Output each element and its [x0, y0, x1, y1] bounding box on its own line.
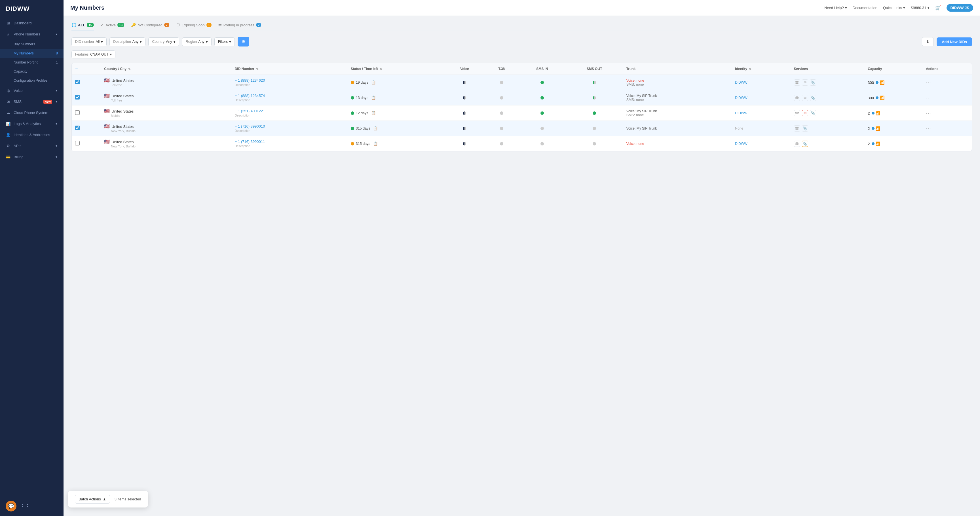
country-filter[interactable]: Country Any ▾: [148, 37, 179, 46]
sidebar-sub-number-porting[interactable]: Number Porting 1: [0, 58, 64, 67]
tab-all[interactable]: 🌐 ALL 15: [72, 23, 94, 31]
more-actions-button[interactable]: ⋯: [926, 80, 931, 85]
user-menu[interactable]: DIDWW JS: [947, 4, 973, 12]
identity-link[interactable]: DIDWW: [735, 111, 747, 115]
clip-service-icon[interactable]: 📎: [810, 79, 816, 86]
description-filter[interactable]: Description Any ▾: [110, 37, 145, 46]
row-checkbox[interactable]: [75, 125, 80, 130]
chat-button[interactable]: 💬: [6, 501, 16, 511]
capacity-bar-icon[interactable]: 📶: [875, 141, 880, 146]
did-link[interactable]: + 1 (716) 3990010: [235, 124, 344, 129]
trunk-cell: Voice: none: [623, 136, 732, 151]
sidebar-sub-buy-numbers[interactable]: Buy Numbers: [0, 40, 64, 49]
did-header[interactable]: DID Number ⇅: [231, 63, 347, 75]
capacity-number: 300: [868, 96, 874, 100]
clip-service-icon[interactable]: 📎: [802, 141, 808, 147]
actions-cell: ⋯: [923, 136, 972, 151]
sidebar-item-apis[interactable]: ⚙ APIs ▼: [0, 140, 64, 151]
t38-header: T.38: [485, 63, 519, 75]
capacity-bar-icon[interactable]: 📶: [880, 95, 885, 100]
status-header[interactable]: Status / Time left ⇅: [347, 63, 445, 75]
tab-not-configured[interactable]: 🔑 Not Configured 7: [131, 23, 169, 31]
did-link[interactable]: + 1 (251) 4001221: [235, 109, 344, 113]
country-name: United States: [111, 140, 134, 144]
identity-cell: DIDWW: [732, 75, 790, 90]
sidebar-sub-my-numbers[interactable]: My Numbers 8: [0, 49, 64, 58]
row-checkbox[interactable]: [75, 80, 80, 84]
more-filters-button[interactable]: Filters ▾: [215, 37, 235, 46]
did-link[interactable]: + 1 (716) 3990011: [235, 140, 344, 144]
row-checkbox[interactable]: [75, 110, 80, 115]
features-filter-tag[interactable]: Features CNAM OUT ▾: [72, 51, 115, 59]
smsout-dot: [593, 127, 596, 130]
city-name: New York, Buffalo: [104, 129, 135, 133]
balance-display[interactable]: $9880.31 ▾: [911, 6, 929, 10]
need-help-link[interactable]: Need Help? ▾: [824, 6, 847, 10]
documentation-link[interactable]: Documentation: [853, 6, 877, 10]
phone-service-icon[interactable]: ☎: [794, 79, 800, 86]
grid-button[interactable]: ⋮⋮: [20, 503, 30, 509]
trunk-voice: Voice: My SIP Trunk: [627, 94, 729, 98]
clip-service-icon[interactable]: 📎: [810, 110, 816, 116]
phone-service-icon[interactable]: ☎: [794, 125, 800, 132]
row-checkbox[interactable]: [75, 141, 80, 145]
check-icon: ✓: [101, 23, 104, 27]
country-city-cell: 🇺🇸United StatesNew York, Buffalo: [101, 121, 231, 136]
email-service-icon[interactable]: ✉: [802, 95, 808, 101]
sidebar-item-voice[interactable]: ◎ Voice ▼: [0, 85, 64, 96]
did-number-cell: + 1 (888) 1234620Description: [231, 75, 347, 90]
region-filter[interactable]: Region Any ▾: [182, 37, 212, 46]
did-number-filter[interactable]: DID number All ▾: [72, 37, 107, 46]
capacity-bar-icon[interactable]: 📶: [875, 126, 880, 131]
country-header[interactable]: Country / City ⇅: [101, 63, 231, 75]
email-service-icon[interactable]: ✉: [802, 110, 808, 116]
did-link[interactable]: + 1 (888) 1234574: [235, 94, 344, 98]
more-actions-button[interactable]: ⋯: [926, 141, 931, 146]
quick-links-dropdown[interactable]: Quick Links ▾: [883, 6, 905, 10]
sidebar-item-dashboard[interactable]: ⊞ Dashboard: [0, 17, 64, 29]
chevron-icon: ▼: [55, 122, 58, 125]
sidebar-item-sms[interactable]: ✉ SMS NEW ▼: [0, 96, 64, 107]
batch-actions-dropdown[interactable]: Batch Actions ▲: [75, 495, 110, 503]
email-service-icon[interactable]: ✉: [802, 79, 808, 86]
cart-icon[interactable]: 🛒: [935, 5, 941, 11]
capacity-bar-icon[interactable]: 📶: [880, 80, 885, 85]
filter-apply-button[interactable]: ⚙: [238, 37, 249, 46]
phone-service-icon[interactable]: ☎: [794, 141, 800, 147]
phone-service-icon[interactable]: ☎: [794, 110, 800, 116]
sidebar-item-billing[interactable]: 💳 Billing ▼: [0, 151, 64, 162]
sidebar-item-phone-numbers[interactable]: # Phone Numbers ▲: [0, 29, 64, 40]
clip-service-icon[interactable]: 📎: [802, 125, 808, 132]
status-cell: 13 days 📋: [347, 90, 445, 105]
capacity-number: 2: [868, 142, 870, 146]
tab-active[interactable]: ✓ Active 13: [101, 23, 124, 31]
identity-link[interactable]: DIDWW: [735, 142, 747, 146]
select-all-header[interactable]: −: [72, 63, 101, 75]
phone-service-icon[interactable]: ☎: [794, 95, 800, 101]
tab-expiring-soon[interactable]: ⏱ Expiring Soon 1: [176, 23, 212, 31]
country-name: United States: [111, 79, 134, 83]
sidebar-item-logs[interactable]: 📊 Logs & Analytics ▼: [0, 118, 64, 129]
sort-icon: ⇅: [380, 67, 382, 71]
clip-service-icon[interactable]: 📎: [810, 95, 816, 101]
trunk-voice: Voice: none: [627, 79, 729, 83]
add-new-dids-button[interactable]: Add New DIDs: [937, 37, 972, 46]
features-row: Features CNAM OUT ▾: [72, 51, 972, 59]
row-checkbox[interactable]: [75, 95, 80, 100]
download-button[interactable]: ⬇: [922, 37, 934, 46]
more-actions-button[interactable]: ⋯: [926, 95, 931, 101]
sidebar-sub-configuration-profiles[interactable]: Configuration Profiles: [0, 76, 64, 85]
identity-header[interactable]: Identity ⇅: [732, 63, 790, 75]
more-actions-button[interactable]: ⋯: [926, 125, 931, 131]
sidebar-item-identities[interactable]: 👤 Identities & Addresses: [0, 129, 64, 140]
sidebar-sub-capacity[interactable]: Capacity: [0, 67, 64, 76]
identity-link[interactable]: DIDWW: [735, 81, 747, 84]
did-link[interactable]: + 1 (888) 1234620: [235, 78, 344, 83]
more-actions-button[interactable]: ⋯: [926, 110, 931, 116]
tab-porting[interactable]: ⇄ Porting in progress 2: [218, 23, 261, 31]
sidebar-item-cloud-phone[interactable]: ☁ Cloud Phone System: [0, 107, 64, 118]
identity-link[interactable]: DIDWW: [735, 96, 747, 100]
capacity-bar-icon[interactable]: 📶: [875, 111, 880, 115]
city-name: Toll-free: [104, 98, 122, 102]
actions-cell: ⋯: [923, 121, 972, 136]
